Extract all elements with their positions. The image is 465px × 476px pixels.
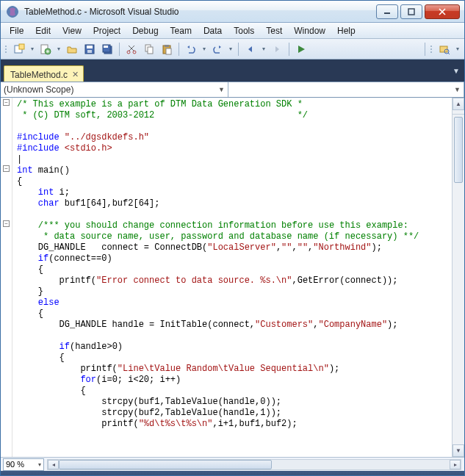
- paste-icon[interactable]: [159, 41, 175, 57]
- save-all-icon[interactable]: [99, 41, 115, 57]
- titlebar[interactable]: TableMethod.c - Microsoft Visual Studio: [1, 1, 464, 23]
- find-dropdown[interactable]: ▾: [454, 46, 461, 52]
- menu-project[interactable]: Project: [87, 24, 126, 37]
- menu-test[interactable]: Test: [260, 24, 288, 37]
- redo-dropdown[interactable]: ▾: [227, 46, 234, 52]
- undo-dropdown[interactable]: ▾: [201, 46, 208, 52]
- find-icon[interactable]: [436, 41, 453, 57]
- new-project-icon[interactable]: [11, 41, 27, 57]
- navigate-back-icon[interactable]: [242, 41, 259, 57]
- cut-icon[interactable]: [123, 41, 140, 57]
- scroll-left-icon[interactable]: ◂: [48, 460, 59, 469]
- fold-toggle[interactable]: −: [3, 165, 10, 172]
- window-title: TableMethod.c - Microsoft Visual Studio: [24, 7, 374, 17]
- menu-file[interactable]: File: [4, 24, 29, 37]
- statusbar: Ready Ln 6 Col 1 Ch 1 INS: [1, 471, 464, 476]
- open-icon[interactable]: [64, 41, 80, 57]
- horizontal-scrollbar[interactable]: ◂ ▸: [47, 459, 461, 470]
- code-editor[interactable]: − − − /* This example is a part of DTM D…: [1, 98, 464, 457]
- scroll-thumb[interactable]: [59, 460, 272, 469]
- zoom-combo[interactable]: 90 %▾: [3, 458, 44, 471]
- svg-rect-15: [148, 47, 153, 54]
- svg-rect-17: [165, 45, 169, 47]
- save-icon[interactable]: [82, 41, 98, 57]
- undo-icon[interactable]: [183, 41, 199, 57]
- chevron-down-icon: ▾: [38, 461, 41, 468]
- close-button[interactable]: [425, 4, 460, 19]
- chevron-down-icon: ▼: [218, 86, 225, 93]
- svg-rect-18: [166, 48, 171, 54]
- svg-rect-8: [87, 50, 92, 53]
- minimize-button[interactable]: [376, 4, 398, 19]
- menu-tools[interactable]: Tools: [228, 24, 260, 37]
- menubar: File Edit View Project Debug Team Data T…: [1, 23, 464, 39]
- add-item-dropdown[interactable]: ▾: [55, 46, 62, 52]
- navigate-back-dropdown[interactable]: ▾: [260, 46, 267, 52]
- scroll-thumb[interactable]: [454, 117, 463, 183]
- fold-toggle[interactable]: −: [3, 99, 10, 106]
- menu-help[interactable]: Help: [331, 24, 361, 37]
- code-navbar: (Unknown Scope) ▼ ▼: [1, 82, 464, 98]
- copy-icon[interactable]: [141, 41, 157, 57]
- vertical-scrollbar[interactable]: ▲ ▼: [452, 98, 464, 457]
- scroll-up-icon[interactable]: ▲: [453, 98, 464, 110]
- menu-edit[interactable]: Edit: [29, 24, 57, 37]
- menu-debug[interactable]: Debug: [126, 24, 164, 37]
- menu-view[interactable]: View: [57, 24, 87, 37]
- fold-toggle[interactable]: −: [3, 220, 10, 227]
- tab-tablemethod-c[interactable]: TableMethod.c ✕: [4, 65, 84, 82]
- zoom-value: 90 %: [6, 460, 24, 469]
- toolbar: ▾ ▾ ▾ ▾ ▾ ▾: [1, 39, 464, 60]
- maximize-button[interactable]: [400, 4, 422, 19]
- menu-data[interactable]: Data: [198, 24, 228, 37]
- code-area[interactable]: /* This example is a part of DTM Data Ge…: [12, 98, 452, 457]
- start-debug-icon[interactable]: [293, 41, 309, 57]
- scope-text: (Unknown Scope): [4, 84, 73, 95]
- svg-rect-11: [104, 46, 108, 48]
- tab-list-dropdown[interactable]: ▼: [453, 67, 460, 75]
- vs-logo-icon: [5, 4, 20, 19]
- scope-combo[interactable]: (Unknown Scope) ▼: [1, 82, 228, 97]
- menu-window[interactable]: Window: [288, 24, 331, 37]
- member-combo[interactable]: ▼: [228, 82, 464, 97]
- new-project-dropdown[interactable]: ▾: [29, 46, 36, 52]
- toolbar-grip[interactable]: [4, 41, 8, 57]
- chevron-down-icon: ▼: [454, 86, 461, 93]
- scroll-right-icon[interactable]: ▸: [450, 460, 461, 469]
- svg-rect-3: [19, 44, 24, 49]
- window-controls: [374, 4, 460, 19]
- tab-close-icon[interactable]: ✕: [72, 70, 79, 79]
- svg-rect-1: [408, 9, 414, 15]
- scroll-down-icon[interactable]: ▼: [453, 444, 464, 457]
- document-tabstrip: TableMethod.c ✕ ▼: [1, 64, 464, 82]
- redo-icon[interactable]: [209, 41, 226, 57]
- svg-rect-0: [384, 12, 390, 14]
- svg-rect-7: [87, 46, 93, 48]
- outline-gutter[interactable]: − − −: [1, 98, 12, 457]
- add-item-icon[interactable]: [37, 41, 54, 57]
- tab-label: TableMethod.c: [10, 70, 68, 80]
- menu-team[interactable]: Team: [165, 24, 198, 37]
- navigate-forward-icon[interactable]: [269, 41, 285, 57]
- editor-footer: 90 %▾ ◂ ▸: [1, 457, 464, 471]
- toolbar-grip-2[interactable]: [429, 41, 433, 57]
